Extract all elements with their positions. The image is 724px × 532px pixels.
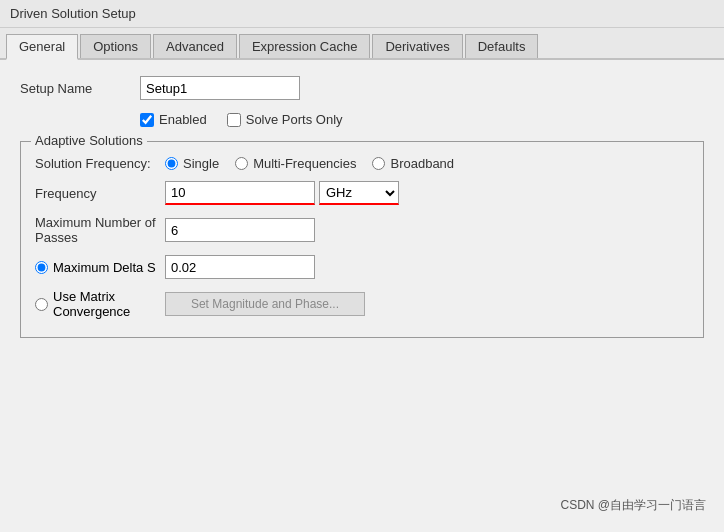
tab-defaults[interactable]: Defaults xyxy=(465,34,539,58)
max-passes-row: Maximum Number of Passes xyxy=(35,215,689,245)
tab-advanced[interactable]: Advanced xyxy=(153,34,237,58)
frequency-unit-select[interactable]: GHz MHz kHz Hz xyxy=(319,181,399,205)
max-delta-row: Maximum Delta S xyxy=(35,255,689,279)
max-delta-label: Maximum Delta S xyxy=(53,260,156,275)
max-delta-input[interactable] xyxy=(165,255,315,279)
adaptive-solutions-group: Adaptive Solutions Solution Frequency: S… xyxy=(20,141,704,338)
radio-multi-label: Multi-Frequencies xyxy=(253,156,356,171)
solve-ports-only-checkbox[interactable] xyxy=(227,113,241,127)
enabled-checkbox[interactable] xyxy=(140,113,154,127)
radio-single-label: Single xyxy=(183,156,219,171)
enabled-label: Enabled xyxy=(159,112,207,127)
matrix-radio[interactable] xyxy=(35,298,48,311)
frequency-input[interactable] xyxy=(165,181,315,205)
max-delta-label-container: Maximum Delta S xyxy=(35,260,165,275)
main-content: Setup Name Enabled Solve Ports Only Adap… xyxy=(0,60,724,354)
checkbox-row: Enabled Solve Ports Only xyxy=(140,112,704,127)
tab-general[interactable]: General xyxy=(6,34,78,60)
window-title: Driven Solution Setup xyxy=(10,6,136,21)
adaptive-solutions-title: Adaptive Solutions xyxy=(31,133,147,148)
frequency-controls: GHz MHz kHz Hz xyxy=(165,181,399,205)
frequency-label: Frequency xyxy=(35,186,165,201)
radio-multi-input[interactable] xyxy=(235,157,248,170)
radio-broadband-input[interactable] xyxy=(372,157,385,170)
solution-frequency-label: Solution Frequency: xyxy=(35,156,165,171)
solution-frequency-row: Solution Frequency: Single Multi-Frequen… xyxy=(35,156,689,171)
setup-name-label: Setup Name xyxy=(20,81,140,96)
setup-name-input[interactable] xyxy=(140,76,300,100)
tab-derivatives[interactable]: Derivatives xyxy=(372,34,462,58)
set-magnitude-button[interactable]: Set Magnitude and Phase... xyxy=(165,292,365,316)
radio-options: Single Multi-Frequencies Broadband xyxy=(165,156,454,171)
enabled-checkbox-item: Enabled xyxy=(140,112,207,127)
radio-single: Single xyxy=(165,156,219,171)
setup-name-row: Setup Name xyxy=(20,76,704,100)
title-bar: Driven Solution Setup xyxy=(0,0,724,28)
tab-options[interactable]: Options xyxy=(80,34,151,58)
tabs-container: General Options Advanced Expression Cach… xyxy=(0,28,724,60)
radio-broadband: Broadband xyxy=(372,156,454,171)
solve-ports-only-item: Solve Ports Only xyxy=(227,112,343,127)
max-passes-input[interactable] xyxy=(165,218,315,242)
frequency-row: Frequency GHz MHz kHz Hz xyxy=(35,181,689,205)
max-passes-label: Maximum Number of Passes xyxy=(35,215,165,245)
radio-multi: Multi-Frequencies xyxy=(235,156,356,171)
max-delta-radio[interactable] xyxy=(35,261,48,274)
tab-expression-cache[interactable]: Expression Cache xyxy=(239,34,371,58)
matrix-label-container: Use Matrix Convergence xyxy=(35,289,165,319)
matrix-row: Use Matrix Convergence Set Magnitude and… xyxy=(35,289,689,319)
matrix-label: Use Matrix Convergence xyxy=(53,289,165,319)
radio-broadband-label: Broadband xyxy=(390,156,454,171)
main-container: Driven Solution Setup General Options Ad… xyxy=(0,0,724,532)
solve-ports-only-label: Solve Ports Only xyxy=(246,112,343,127)
watermark: CSDN @自由学习一门语言 xyxy=(560,497,706,514)
radio-single-input[interactable] xyxy=(165,157,178,170)
